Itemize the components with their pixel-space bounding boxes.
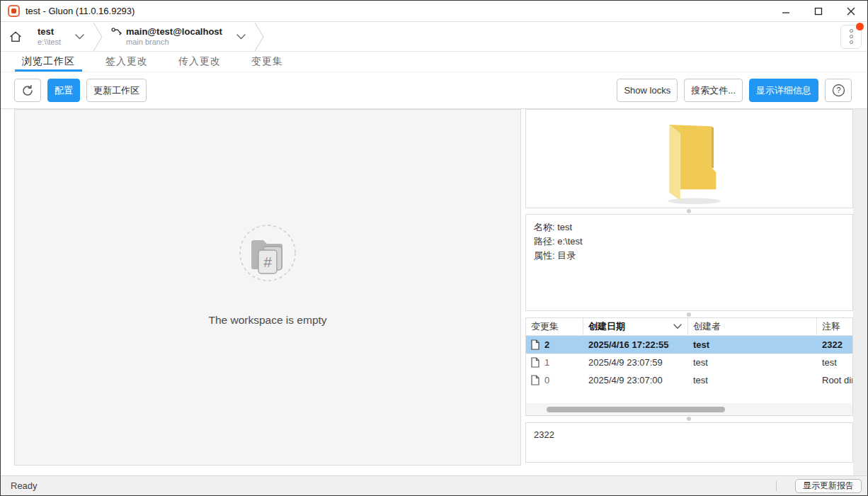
workspace-panel: # The workspace is empty bbox=[14, 109, 521, 466]
changeset-icon bbox=[531, 339, 539, 350]
column-creator[interactable]: 创建者 bbox=[688, 318, 817, 335]
changeset-author: test bbox=[688, 357, 817, 368]
empty-workspace-icon: # bbox=[238, 223, 297, 283]
home-button[interactable] bbox=[1, 22, 30, 51]
workspace-path: e:\\test bbox=[38, 38, 61, 47]
branch-crumb[interactable]: main@test@localhost main branch bbox=[104, 22, 254, 51]
configure-button[interactable]: 配置 bbox=[47, 79, 80, 102]
detail-name: 名称: test bbox=[534, 220, 845, 235]
changeset-comment: 2322 bbox=[817, 339, 852, 350]
sort-desc-icon[interactable] bbox=[673, 324, 682, 329]
minimize-icon bbox=[782, 7, 790, 16]
workspace-name: test bbox=[38, 26, 61, 38]
right-gutter bbox=[853, 109, 868, 475]
branch-name: main@test@localhost bbox=[126, 26, 222, 38]
tab-bar: 浏览工作区 签入更改 传入更改 变更集 bbox=[1, 52, 867, 72]
chevron-down-icon[interactable] bbox=[75, 31, 84, 42]
changesets-panel: 变更集 创建日期 创建者 注释 2 2025/4/16 17:22:55 tes… bbox=[525, 317, 853, 416]
maximize-button[interactable] bbox=[802, 1, 835, 21]
maximize-icon bbox=[814, 7, 823, 16]
splitter-handle[interactable] bbox=[687, 417, 691, 421]
window-title: test - Gluon (11.0.16.9293) bbox=[25, 6, 135, 16]
search-files-button[interactable]: 搜索文件... bbox=[684, 79, 743, 102]
action-bar: 配置 更新工作区 Show locks 搜索文件... 显示详细信息 ? bbox=[1, 72, 867, 108]
changeset-row[interactable]: 1 2025/4/9 23:07:59 test test bbox=[526, 354, 852, 371]
changeset-row[interactable]: 2 2025/4/16 17:22:55 test 2322 bbox=[526, 336, 852, 354]
changeset-date: 2025/4/9 23:07:59 bbox=[583, 357, 688, 368]
item-details-panel: 名称: test 路径: e:\test 属性: 目录 bbox=[525, 214, 853, 311]
horizontal-scrollbar[interactable] bbox=[526, 403, 852, 415]
main-content: # The workspace is empty 名称: test 路径: e:… bbox=[1, 108, 867, 475]
app-icon bbox=[8, 5, 20, 17]
breadcrumb: test e:\\test main@test@localhost main b… bbox=[1, 22, 867, 52]
chevron-down-icon[interactable] bbox=[236, 31, 246, 42]
svg-text:?: ? bbox=[836, 86, 840, 94]
statusbar-divider bbox=[776, 481, 777, 491]
show-locks-button[interactable]: Show locks bbox=[617, 79, 678, 102]
changeset-author: test bbox=[688, 339, 817, 350]
status-bar: Ready 显示更新报告 bbox=[1, 475, 867, 495]
changeset-date: 2025/4/9 23:07:00 bbox=[583, 375, 688, 385]
changesets-header: 变更集 创建日期 创建者 注释 bbox=[526, 318, 852, 336]
column-comment[interactable]: 注释 bbox=[817, 318, 852, 335]
svg-text:#: # bbox=[263, 254, 272, 270]
column-created-date[interactable]: 创建日期 bbox=[583, 318, 688, 335]
show-update-report-button[interactable]: 显示更新报告 bbox=[795, 479, 862, 493]
changeset-row[interactable]: 0 2025/4/9 23:07:00 test Root dir bbox=[526, 371, 852, 389]
detail-path: 路径: e:\test bbox=[534, 235, 845, 249]
branch-subtitle: main branch bbox=[126, 38, 222, 47]
close-icon bbox=[847, 7, 855, 16]
changeset-id: 2 bbox=[544, 339, 549, 350]
scrollbar-thumb[interactable] bbox=[547, 407, 725, 412]
splitter-handle[interactable] bbox=[687, 209, 691, 213]
comment-text: 2322 bbox=[534, 429, 845, 440]
help-button[interactable]: ? bbox=[825, 79, 852, 102]
crumb-separator bbox=[254, 22, 265, 51]
help-icon: ? bbox=[832, 84, 845, 97]
crumb-separator bbox=[93, 22, 104, 51]
empty-workspace-text: The workspace is empty bbox=[208, 314, 326, 327]
column-changeset[interactable]: 变更集 bbox=[526, 318, 583, 335]
changeset-id: 1 bbox=[544, 357, 549, 368]
changeset-icon bbox=[531, 357, 539, 368]
changeset-comment: test bbox=[817, 357, 852, 368]
status-text: Ready bbox=[11, 480, 38, 491]
changeset-comment-panel: 2322 bbox=[525, 422, 853, 463]
update-workspace-button[interactable]: 更新工作区 bbox=[86, 79, 147, 102]
changeset-author: test bbox=[688, 375, 817, 385]
window-controls bbox=[770, 1, 867, 21]
splitter-handle[interactable] bbox=[687, 312, 691, 317]
app-window: test - Gluon (11.0.16.9293) test e:\\tes… bbox=[0, 0, 868, 496]
detail-attrs: 属性: 目录 bbox=[534, 249, 845, 263]
tab-changesets[interactable]: 变更集 bbox=[244, 52, 290, 72]
close-button[interactable] bbox=[835, 1, 867, 21]
changeset-date: 2025/4/16 17:22:55 bbox=[583, 339, 688, 350]
refresh-button[interactable] bbox=[14, 79, 41, 102]
branch-icon bbox=[111, 27, 122, 38]
minimize-button[interactable] bbox=[770, 1, 802, 21]
more-menu-button[interactable] bbox=[840, 25, 862, 49]
item-preview-panel bbox=[525, 109, 853, 208]
kebab-icon bbox=[850, 29, 853, 33]
tab-browse-workspace[interactable]: 浏览工作区 bbox=[15, 52, 82, 72]
show-details-button[interactable]: 显示详细信息 bbox=[749, 79, 818, 102]
folder-icon bbox=[651, 119, 729, 208]
changeset-id: 0 bbox=[544, 375, 549, 385]
tab-incoming-changes[interactable]: 传入更改 bbox=[171, 52, 228, 72]
workspace-crumb[interactable]: test e:\\test bbox=[30, 22, 93, 51]
home-icon bbox=[8, 30, 23, 44]
title-bar: test - Gluon (11.0.16.9293) bbox=[1, 1, 867, 22]
tab-checkin-changes[interactable]: 签入更改 bbox=[98, 52, 155, 72]
changeset-icon bbox=[531, 375, 539, 385]
notification-dot bbox=[856, 23, 864, 30]
changeset-comment: Root dir bbox=[817, 375, 852, 385]
refresh-icon bbox=[21, 84, 34, 97]
